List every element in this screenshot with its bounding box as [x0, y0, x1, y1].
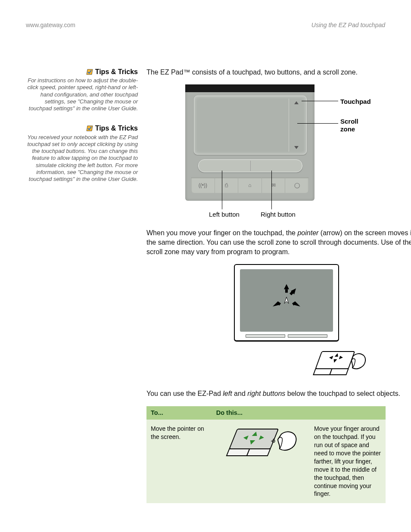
label-right-button: Right button — [261, 210, 296, 219]
cell-to: Move the pointer on the screen. — [146, 420, 212, 503]
hotkey-icon: ⎙ — [215, 177, 239, 193]
text: You can use the EZ-Pad — [146, 390, 223, 397]
buttons-paragraph: You can use the EZ-Pad left and right bu… — [146, 389, 411, 398]
tip-title: Tips & Tricks — [26, 124, 138, 133]
touchpad-buttons — [198, 159, 302, 172]
leader-line — [302, 101, 338, 101]
scroll-zone-indicator — [289, 99, 304, 152]
actions-table: To... Do this... Move the pointer on the… — [146, 406, 386, 504]
em: pointer — [297, 229, 318, 236]
screen-diagram — [224, 264, 349, 363]
hotkey-icon: ((•)) — [191, 177, 215, 193]
svg-rect-13 — [330, 369, 348, 375]
tip-block-2: Tips & Tricks You received your notebook… — [26, 124, 138, 183]
touchpad-housing: ((•)) ⎙ ⌂ ✉ ◯ — [185, 84, 314, 201]
tip-title: Tips & Tricks — [26, 68, 138, 76]
intro-paragraph: The EZ Pad™ consists of a touchpad, two … — [146, 68, 411, 77]
pointer-paragraph: When you move your finger on the touchpa… — [146, 228, 411, 256]
page-header: www.gateway.com Using the EZ Pad touchpa… — [26, 22, 385, 29]
keyboard-strip — [242, 334, 331, 339]
label-touchpad: Touchpad — [340, 97, 371, 106]
text: and — [232, 390, 248, 397]
tip-block-1: Tips & Tricks For instructions on how to… — [26, 68, 138, 112]
hotkey-row: ((•)) ⎙ ⌂ ✉ ◯ — [191, 177, 308, 193]
svg-rect-18 — [230, 429, 279, 449]
em: right buttons — [247, 390, 285, 397]
leader-line — [271, 171, 272, 209]
svg-rect-12 — [313, 369, 332, 375]
tip-title-text: Tips & Tricks — [95, 68, 138, 76]
content-columns: Tips & Tricks For instructions on how to… — [26, 68, 385, 504]
pointer-arrows-icon — [269, 284, 304, 314]
tip-title-text: Tips & Tricks — [95, 124, 138, 133]
hotkey-icon: ◯ — [285, 177, 308, 193]
touchpad-diagram: ((•)) ⎙ ⌂ ✉ ◯ Touchpad Scroll zone Left … — [185, 84, 411, 222]
move-finger-icon — [222, 425, 299, 464]
svg-rect-4 — [285, 289, 288, 292]
svg-marker-2 — [284, 297, 289, 303]
sidebar: Tips & Tricks For instructions on how to… — [26, 68, 138, 195]
finger-on-touchpad-icon — [310, 348, 366, 383]
laptop-screen — [234, 264, 339, 341]
hotkey-icon: ⌂ — [238, 177, 262, 193]
text: below the touchpad to select objects. — [285, 390, 400, 397]
cell-illustration — [212, 420, 310, 503]
leader-line — [222, 171, 222, 209]
label-scroll-zone-2: zone — [340, 125, 355, 134]
table-row: Move the pointer on the screen. — [146, 420, 386, 503]
leader-line — [297, 123, 338, 124]
svg-marker-3 — [284, 284, 289, 289]
svg-rect-20 — [247, 449, 270, 456]
tip-body: For instructions on how to adjust the do… — [26, 77, 138, 112]
page: www.gateway.com Using the EZ Pad touchpa… — [0, 0, 411, 532]
label-left-button: Left button — [209, 210, 240, 219]
svg-rect-19 — [227, 449, 249, 456]
th-to: To... — [146, 406, 212, 420]
tip-body: You received your notebook with the EZ P… — [26, 134, 138, 183]
touchpad-surface — [194, 96, 307, 155]
screen-surface — [240, 269, 333, 332]
header-url: www.gateway.com — [26, 22, 75, 29]
text: When you move your finger on the touchpa… — [146, 229, 297, 236]
hotkey-icon: ✉ — [262, 177, 286, 193]
cell-description: Move your finger around on the touchpad.… — [310, 420, 386, 503]
tips-icon — [86, 68, 93, 75]
main-content: The EZ Pad™ consists of a touchpad, two … — [146, 68, 411, 504]
th-do: Do this... — [212, 406, 386, 420]
em: left — [223, 390, 232, 397]
header-section-title: Using the EZ Pad touchpad — [311, 22, 385, 29]
tips-icon — [86, 125, 93, 132]
